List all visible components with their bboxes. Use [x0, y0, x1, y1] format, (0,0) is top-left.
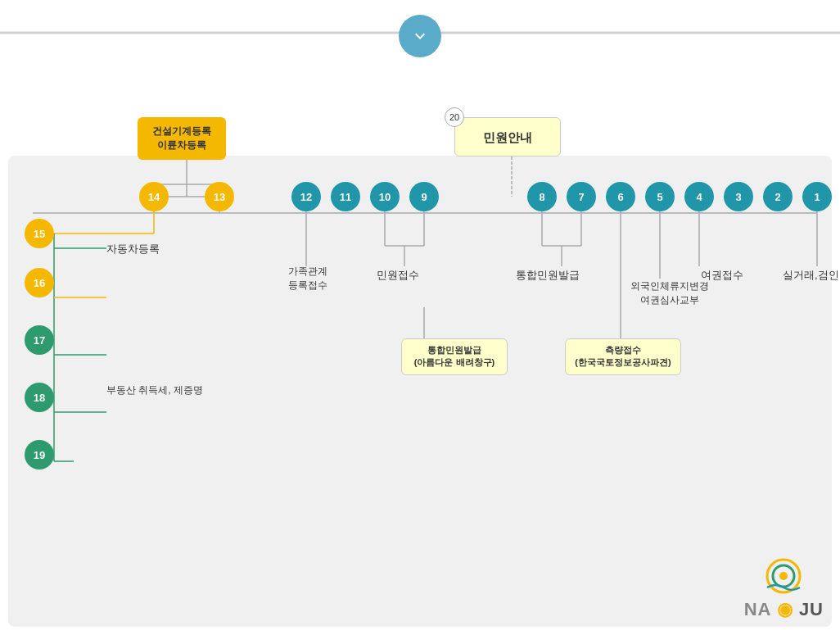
box-construction-registration: 건설기계등록 이륜차등록 — [138, 117, 226, 160]
box-areumdaun: 통합민원발급(아름다운 배려창구) — [401, 338, 508, 375]
node-8[interactable]: 8 — [527, 182, 557, 211]
label-minwon-접수: 민원접수 — [377, 268, 419, 283]
node-5[interactable]: 5 — [645, 182, 675, 211]
badge-20: 20 — [445, 107, 464, 127]
node-7[interactable]: 7 — [567, 182, 596, 211]
node-11[interactable]: 11 — [331, 182, 360, 211]
node-15[interactable]: 15 — [25, 219, 54, 248]
svg-point-32 — [779, 572, 788, 580]
node-17[interactable]: 17 — [25, 325, 54, 355]
node-13[interactable]: 13 — [205, 182, 234, 211]
chevron-button[interactable] — [399, 15, 441, 57]
label-yeogwon: 여권접수 — [701, 268, 743, 283]
box-minwon-annae: 민원안내 — [454, 117, 561, 156]
chevron-down-icon — [410, 26, 430, 46]
node-1[interactable]: 1 — [802, 182, 832, 211]
node-6[interactable]: 6 — [606, 182, 635, 211]
node-2[interactable]: 2 — [763, 182, 793, 211]
label-silgerae: 실거래,검인 — [783, 268, 839, 283]
logo-area: NA ◉ JU — [744, 556, 824, 620]
logo-icon — [764, 556, 803, 596]
label-oegukin: 외국인체류지변경여권심사교부 — [630, 279, 709, 307]
node-10[interactable]: 10 — [370, 182, 400, 211]
main-diagram: 건설기계등록 이륜차등록 20 민원안내 1 2 3 4 5 6 7 8 — [0, 70, 840, 635]
logo-ju: JU — [799, 599, 824, 619]
node-9[interactable]: 9 — [409, 182, 439, 211]
node-12[interactable]: 12 — [291, 182, 321, 211]
node-3[interactable]: 3 — [724, 182, 753, 211]
logo-na: NA — [744, 599, 771, 619]
node-4[interactable]: 4 — [684, 182, 714, 211]
label-tonghap-발급: 통합민원발급 — [516, 268, 580, 283]
label-gajok: 가족관계등록접수 — [288, 265, 327, 293]
node-14[interactable]: 14 — [139, 182, 169, 211]
node-16[interactable]: 16 — [25, 268, 54, 297]
box-cheugryang: 측량접수(한국국토정보공사파견) — [565, 338, 681, 375]
node-18[interactable]: 18 — [25, 383, 54, 412]
logo-text: NA ◉ JU — [744, 599, 824, 620]
node-19[interactable]: 19 — [25, 440, 54, 469]
top-bar — [0, 0, 840, 66]
label-jungbok: 자동차등록 — [106, 242, 160, 256]
label-budongsan: 부동산 취득세, 제증명 — [106, 383, 203, 397]
